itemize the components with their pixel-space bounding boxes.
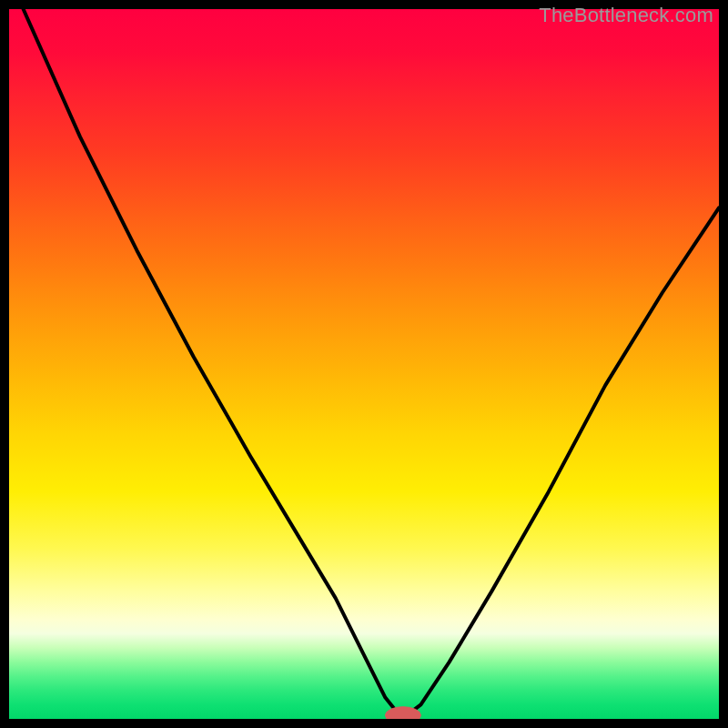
bottleneck-curve [24, 9, 719, 715]
chart-stage: TheBottleneck.com [0, 0, 728, 728]
curve-layer [9, 9, 719, 719]
plot-area [9, 9, 719, 719]
watermark-text: TheBottleneck.com [539, 4, 713, 27]
